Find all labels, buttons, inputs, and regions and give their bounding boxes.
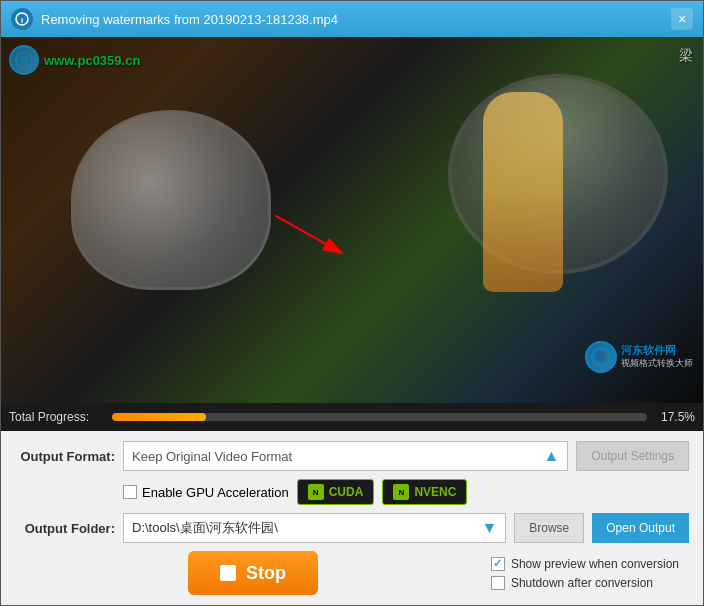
stop-section: Stop [15, 551, 491, 595]
folder-path-input[interactable]: D:\tools\桌面\河东软件园\ ▼ [123, 513, 506, 543]
progress-bar-section: Total Progress: 17.5% [1, 403, 703, 431]
video-decoration-hand [483, 92, 563, 292]
output-format-label: Output Format: [15, 449, 115, 464]
watermark-url: www.pc0359.cn [44, 53, 140, 68]
output-folder-label: Output Folder: [15, 521, 115, 536]
annotation-arrow [267, 207, 367, 270]
browse-button[interactable]: Browse [514, 513, 584, 543]
close-button[interactable]: × [671, 8, 693, 30]
video-preview: www.pc0359.cn 梁 [1, 37, 703, 403]
controls-area: Output Format: Keep Original Video Forma… [1, 431, 703, 605]
window-title: Removing watermarks from 20190213-181238… [41, 12, 671, 27]
open-output-button[interactable]: Open Output [592, 513, 689, 543]
preview-checkmark: ✓ [493, 557, 502, 570]
chevron-up-icon: ▲ [543, 447, 559, 465]
titlebar: i Removing watermarks from 20190213-1812… [1, 1, 703, 37]
chevron-down-icon: ▼ [481, 519, 497, 537]
preview-checkbox[interactable]: ✓ [491, 557, 505, 571]
output-folder-row: Output Folder: D:\tools\桌面\河东软件园\ ▼ Brow… [15, 513, 689, 543]
nvenc-label: NVENC [414, 485, 456, 499]
progress-label: Total Progress: [9, 410, 104, 424]
nvidia-nvenc-icon: N [393, 484, 409, 500]
video-decoration-bowl [71, 110, 271, 290]
svg-text:i: i [21, 16, 23, 25]
gpu-label: Enable GPU Acceleration [142, 485, 289, 500]
video-frame: www.pc0359.cn 梁 [1, 37, 703, 403]
format-dropdown[interactable]: Keep Original Video Format ▲ [123, 441, 568, 471]
bottom-row: Stop ✓ Show preview when conversion Shut… [15, 551, 689, 595]
svg-point-7 [596, 352, 606, 362]
output-format-row: Output Format: Keep Original Video Forma… [15, 441, 689, 471]
brand-text-block: 河东软件网 视频格式转换大师 [621, 344, 693, 370]
gpu-row: Enable GPU Acceleration N CUDA N NVENC [15, 479, 689, 505]
progress-percent: 17.5% [655, 410, 695, 424]
shutdown-checkbox[interactable] [491, 576, 505, 590]
main-window: i Removing watermarks from 20190213-1812… [0, 0, 704, 606]
gpu-checkbox[interactable] [123, 485, 137, 499]
folder-path: D:\tools\桌面\河东软件园\ [132, 519, 278, 537]
gpu-checkbox-item[interactable]: Enable GPU Acceleration [123, 485, 289, 500]
brand-logo-icon [585, 341, 617, 373]
output-settings-button[interactable]: Output Settings [576, 441, 689, 471]
watermark-bottom-right: 河东软件网 视频格式转换大师 [585, 341, 693, 373]
progress-track [112, 413, 647, 421]
cuda-badge[interactable]: N CUDA [297, 479, 375, 505]
app-icon: i [11, 8, 33, 30]
shutdown-option-row: Shutdown after conversion [491, 576, 679, 590]
watermark-top-left: www.pc0359.cn [9, 45, 140, 75]
nvenc-badge[interactable]: N NVENC [382, 479, 467, 505]
stop-button[interactable]: Stop [188, 551, 318, 595]
svg-line-5 [275, 216, 342, 254]
watermark-logo [9, 45, 39, 75]
brand-name: 河东软件网 [621, 344, 693, 357]
stop-icon [220, 565, 236, 581]
preview-option-row: ✓ Show preview when conversion [491, 557, 679, 571]
options-checkboxes: ✓ Show preview when conversion Shutdown … [491, 557, 689, 590]
video-text-overlay: 梁 [679, 47, 693, 65]
nvidia-cuda-icon: N [308, 484, 324, 500]
cuda-label: CUDA [329, 485, 364, 499]
stop-label: Stop [246, 563, 286, 584]
shutdown-label: Shutdown after conversion [511, 576, 653, 590]
svg-point-3 [20, 56, 28, 64]
brand-sub: 视频格式转换大师 [621, 357, 693, 370]
format-value: Keep Original Video Format [132, 449, 292, 464]
progress-fill [112, 413, 206, 421]
preview-label: Show preview when conversion [511, 557, 679, 571]
